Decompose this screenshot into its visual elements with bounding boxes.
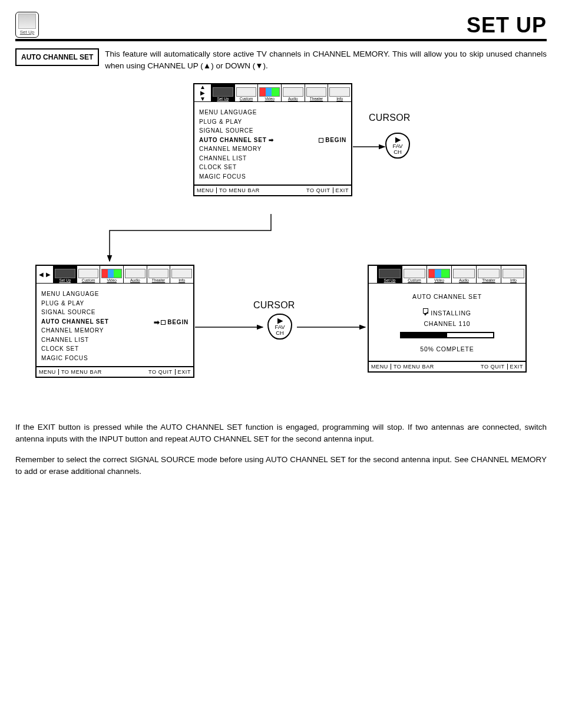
osd3-tab-video: Video — [427, 266, 451, 283]
osd2-tab-setup: Set Up — [53, 266, 77, 283]
osd1-tab-info: Info — [328, 84, 351, 101]
osd1-item-3: AUTO CHANNEL SET ➡ BEGIN — [199, 136, 346, 145]
osd3-title: AUTO CHANNEL SET — [373, 292, 521, 302]
osd2-foot-toquit: TO QUIT — [148, 369, 176, 375]
osd2-item-1: PLUG & PLAY — [41, 299, 189, 308]
body-paragraphs: If the EXIT button is pressed while the … — [15, 421, 547, 477]
osd2-foot-exit: EXIT — [178, 369, 191, 375]
osd2-foot-menu: MENU — [39, 369, 59, 375]
osd1-begin-label: BEGIN — [325, 137, 346, 143]
osd1-tab-video: Video — [257, 84, 281, 101]
check-icon: ✔ — [423, 308, 428, 314]
favch2-l2: CH — [276, 330, 284, 335]
osd1-nav-updown: ▲▶▼ — [194, 84, 211, 101]
osd3-progress-body: AUTO CHANNEL SET ✔INSTALLING CHANNEL 110… — [369, 284, 525, 360]
osd1-item-1: PLUG & PLAY — [199, 117, 346, 127]
arrow-right-icon: ➡ — [154, 318, 160, 327]
osd2-item-3: AUTO CHANNEL SET ➡BEGIN — [41, 317, 189, 327]
osd1-foot-menu: MENU — [197, 187, 217, 193]
cursor-button-2[interactable]: ▶ FAV CH — [267, 314, 292, 340]
intro-row: AUTO CHANNEL SET This feature will autom… — [15, 48, 547, 71]
osd2-begin-label: BEGIN — [167, 319, 189, 325]
osd2-foot-tomenubar: TO MENU BAR — [61, 369, 102, 375]
osd-screen-2: ◀▶ Set Up Custom Video Audio Theater Inf… — [35, 265, 194, 378]
osd1-foot-exit: EXIT — [336, 187, 349, 193]
osd3-footer: MENU TO MENU BAR TO QUIT EXIT — [369, 361, 525, 371]
osd3-foot-toquit: TO QUIT — [481, 364, 508, 370]
flow-diagram: ▲▶▼ Set Up Custom Video Audio Theater In… — [15, 83, 547, 413]
osd3-tab-audio: Audio — [451, 266, 476, 283]
progress-bar-fill — [401, 333, 447, 337]
osd2-menubar: ◀▶ Set Up Custom Video Audio Theater Inf… — [37, 266, 193, 284]
osd1-item-3-label: AUTO CHANNEL SET — [199, 137, 267, 143]
osd1-tab-setup: Set Up — [211, 84, 234, 101]
osd1-tab-audio: Audio — [281, 84, 305, 101]
osd3-tab-theater: Theater — [476, 266, 501, 283]
osd3-complete: 50% COMPLETE — [373, 344, 521, 355]
feature-tag: AUTO CHANNEL SET — [15, 48, 99, 66]
osd-screen-1: ▲▶▼ Set Up Custom Video Audio Theater In… — [193, 83, 352, 196]
osd3-foot-exit: EXIT — [510, 364, 523, 370]
osd1-item-0: MENU LANGUAGE — [199, 108, 346, 117]
osd3-menubar: Set Up Custom Video Audio Theater Info — [369, 266, 525, 284]
osd1-item-7: MAGIC FOCUS — [199, 172, 346, 182]
osd3-foot-menu: MENU — [371, 364, 391, 370]
intro-text: This feature will automatically store ac… — [105, 48, 547, 71]
arrow-right-icon: ➡ — [269, 137, 274, 143]
osd2-tab-video: Video — [100, 266, 123, 283]
osd1-begin: BEGIN — [319, 136, 346, 145]
osd3-tab-setup: Set Up — [377, 266, 402, 283]
osd3-tab-custom: Custom — [402, 266, 427, 283]
page-title: SET UP — [467, 13, 547, 38]
osd2-item-6: CLOCK SET — [41, 344, 189, 354]
cursor-button-1[interactable]: ▶ FAV CH — [385, 133, 410, 159]
osd2-tab-custom: Custom — [77, 266, 100, 283]
osd2-tab-audio: Audio — [123, 266, 147, 283]
osd1-item-2: SIGNAL SOURCE — [199, 126, 346, 136]
cursor-label-1: CURSOR — [369, 113, 411, 123]
osd2-tab-theater: Theater — [147, 266, 170, 283]
checkbox-icon — [319, 138, 323, 143]
osd3-nav-spacer — [369, 266, 377, 283]
osd2-nav-leftright: ◀▶ — [37, 266, 53, 283]
setup-icon-graphic — [18, 14, 36, 29]
osd2-item-3-label: AUTO CHANNEL SET — [41, 318, 109, 325]
osd2-item-7: MAGIC FOCUS — [41, 354, 189, 363]
osd1-tab-theater: Theater — [305, 84, 328, 101]
setup-icon-label: Set Up — [17, 29, 37, 35]
checkbox-icon — [161, 320, 166, 325]
progress-bar — [400, 332, 494, 338]
osd1-item-5: CHANNEL LIST — [199, 154, 346, 163]
para-2: Remember to select the correct SIGNAL SO… — [15, 454, 547, 478]
osd3-channel: CHANNEL 110 — [373, 319, 521, 330]
osd1-menu-list: MENU LANGUAGE PLUG & PLAY SIGNAL SOURCE … — [194, 102, 351, 185]
osd1-foot-toquit: TO QUIT — [306, 187, 333, 193]
osd2-begin: ➡BEGIN — [154, 317, 189, 328]
osd2-footer: MENU TO MENU BAR TO QUIT EXIT — [37, 366, 193, 377]
favch-l2: CH — [394, 149, 402, 154]
osd3-installing: ✔INSTALLING — [373, 308, 521, 319]
osd2-item-5: CHANNEL LIST — [41, 335, 189, 345]
page-header: Set Up SET UP — [15, 12, 547, 41]
osd1-menubar: ▲▶▼ Set Up Custom Video Audio Theater In… — [194, 84, 351, 102]
osd3-foot-tomenubar: TO MENU BAR — [394, 364, 434, 370]
setup-category-icon: Set Up — [15, 12, 39, 38]
osd2-menu-list: MENU LANGUAGE PLUG & PLAY SIGNAL SOURCE … — [37, 284, 193, 366]
osd1-tab-custom: Custom — [234, 84, 258, 101]
osd3-tab-info: Info — [501, 266, 525, 283]
cursor-label-2: CURSOR — [253, 300, 295, 311]
osd1-item-6: CLOCK SET — [199, 163, 346, 172]
osd-screen-3: Set Up Custom Video Audio Theater Info A… — [368, 265, 527, 372]
osd1-foot-tomenubar: TO MENU BAR — [219, 187, 260, 193]
osd2-item-2: SIGNAL SOURCE — [41, 308, 189, 317]
osd1-item-4: CHANNEL MEMORY — [199, 144, 346, 154]
osd2-item-0: MENU LANGUAGE — [41, 289, 189, 299]
osd2-tab-info: Info — [170, 266, 193, 283]
para-1: If the EXIT button is pressed while the … — [15, 421, 547, 446]
osd1-footer: MENU TO MENU BAR TO QUIT EXIT — [194, 185, 351, 195]
